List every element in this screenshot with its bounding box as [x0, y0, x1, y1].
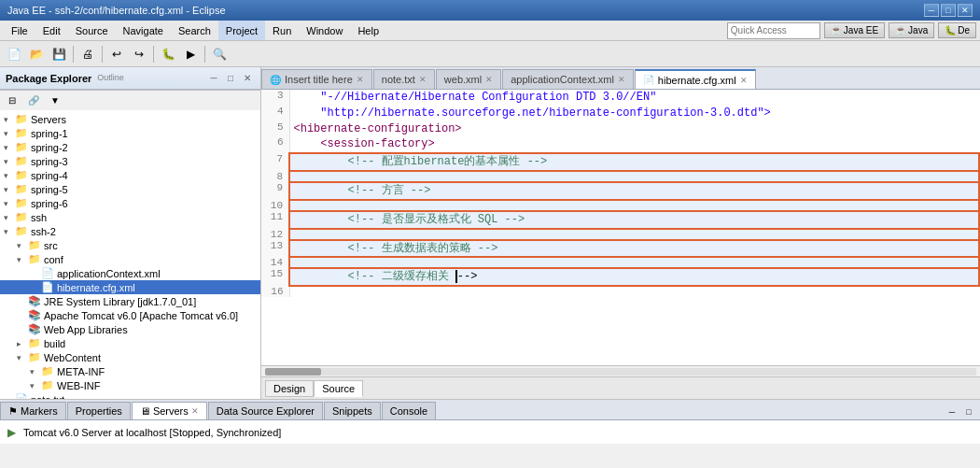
- minimize-button[interactable]: ─: [924, 4, 939, 17]
- line-code[interactable]: [289, 229, 979, 240]
- new-button[interactable]: 📄: [4, 44, 24, 64]
- tree-item-apache-tomcat-v6.0-[apache-tomcat-v6.0][interactable]: 📚Apache Tomcat v6.0 [Apache Tomcat v6.0]: [0, 308, 260, 322]
- line-code[interactable]: [289, 171, 979, 182]
- line-code[interactable]: [289, 200, 979, 211]
- search-button[interactable]: 🔍: [209, 44, 230, 64]
- tab-insert-title[interactable]: 🌐 Insert title here ✕: [261, 69, 372, 89]
- menu-source[interactable]: Source: [68, 21, 116, 40]
- redo-button[interactable]: ↪: [129, 44, 149, 64]
- close-button[interactable]: ✕: [958, 4, 973, 17]
- menu-help[interactable]: Help: [350, 21, 386, 40]
- tree-item-conf[interactable]: ▾📁conf: [0, 252, 260, 266]
- tree-item-label: spring-6: [31, 198, 68, 209]
- tree-item-spring-1[interactable]: ▾📁spring-1: [0, 126, 260, 140]
- tree-item-ssh-2[interactable]: ▾📁ssh-2: [0, 224, 260, 238]
- perspective-javaee[interactable]: ☕ Java EE: [824, 22, 885, 38]
- code-line-14: 14: [261, 257, 979, 268]
- link-editor-button[interactable]: 🔗: [23, 91, 44, 111]
- open-button[interactable]: 📂: [26, 44, 47, 64]
- line-code[interactable]: <session-factory>: [289, 136, 979, 153]
- design-view-tab[interactable]: Design: [265, 380, 314, 397]
- undo-button[interactable]: ↩: [106, 44, 127, 64]
- package-explorer-tab[interactable]: Package Explorer: [6, 73, 91, 84]
- tab-appcontext[interactable]: applicationContext.xml ✕: [502, 69, 634, 89]
- menu-navigate[interactable]: Navigate: [116, 21, 171, 40]
- window-controls[interactable]: ─ □ ✕: [924, 4, 973, 17]
- tree-arrow-icon: ▾: [4, 227, 15, 236]
- tab-close-appcontext[interactable]: ✕: [618, 75, 625, 84]
- save-button[interactable]: 💾: [49, 44, 69, 64]
- quick-access-input[interactable]: [727, 22, 820, 39]
- print-button[interactable]: 🖨: [77, 44, 98, 64]
- menu-run[interactable]: Run: [265, 21, 299, 40]
- tree-item-spring-6[interactable]: ▾📁spring-6: [0, 196, 260, 210]
- code-line-10: 10: [261, 200, 979, 211]
- tab-close-hibernate[interactable]: ✕: [740, 76, 748, 85]
- line-code[interactable]: [289, 286, 979, 297]
- tab-close-note[interactable]: ✕: [419, 75, 427, 84]
- bottom-tab-markers[interactable]: ⚑ Markers: [0, 402, 66, 419]
- menu-search[interactable]: Search: [171, 21, 218, 40]
- tab-hibernate[interactable]: 📄 hibernate.cfg.xml ✕: [635, 69, 756, 89]
- tree-item-applicationcontext.xml[interactable]: 📄applicationContext.xml: [0, 266, 260, 280]
- bottom-minimize-button[interactable]: ─: [945, 404, 959, 419]
- scroll-thumb[interactable]: [265, 368, 321, 376]
- line-code[interactable]: <!-- 配置hibernate的基本属性 -->: [289, 153, 979, 171]
- close-panel-button[interactable]: ✕: [240, 71, 255, 86]
- bottom-tab-datasource[interactable]: Data Source Explorer: [208, 402, 323, 419]
- line-code[interactable]: "http://hibernate.sourceforge.net/hibern…: [289, 106, 979, 121]
- tab-close-webxml[interactable]: ✕: [485, 75, 493, 84]
- tree-item-web-app-libraries[interactable]: 📚Web App Libraries: [0, 322, 260, 336]
- menu-file[interactable]: File: [4, 21, 35, 40]
- perspective-debug[interactable]: 🐛 De: [938, 22, 976, 38]
- line-code[interactable]: <!-- 方言 -->: [289, 182, 979, 200]
- tree-item-jre-system-library-[jdk1.7.0_01][interactable]: 📚JRE System Library [jdk1.7.0_01]: [0, 294, 260, 308]
- tree-item-hibernate.cfg.xml[interactable]: 📄hibernate.cfg.xml: [0, 280, 260, 294]
- tree-item-webcontent[interactable]: ▾📁WebContent: [0, 350, 260, 364]
- run-button[interactable]: ▶: [180, 44, 201, 64]
- tab-note[interactable]: note.txt ✕: [373, 69, 435, 89]
- source-view-tab[interactable]: Source: [314, 380, 363, 397]
- servers-tab-close[interactable]: ✕: [191, 406, 199, 416]
- horizontal-scrollbar[interactable]: [261, 365, 980, 376]
- menu-window[interactable]: Window: [299, 21, 350, 40]
- code-editor[interactable]: 3 "-//Hibernate/Hibernate Configuration …: [261, 90, 980, 365]
- tree-item-servers[interactable]: ▾📁Servers: [0, 112, 260, 126]
- maximize-button[interactable]: □: [941, 4, 956, 17]
- bottom-tab-snippets[interactable]: Snippets: [324, 402, 381, 419]
- bottom-maximize-button[interactable]: □: [961, 404, 976, 419]
- menu-project[interactable]: Project: [218, 21, 265, 40]
- tree-item-web-inf[interactable]: ▾📁WEB-INF: [0, 378, 260, 392]
- line-code[interactable]: "-//Hibernate/Hibernate Configuration DT…: [289, 90, 979, 106]
- tree-item-spring-4[interactable]: ▾📁spring-4: [0, 168, 260, 182]
- tree-item-src[interactable]: ▾📁src: [0, 238, 260, 252]
- tree-item-meta-inf[interactable]: ▾📁META-INF: [0, 364, 260, 378]
- tree-item-note.txt[interactable]: 📄note.txt: [0, 392, 260, 399]
- line-code[interactable]: <hibernate-configuration>: [289, 121, 979, 137]
- line-code[interactable]: <!-- 是否显示及格式化 SQL -->: [289, 211, 979, 229]
- bottom-tab-properties[interactable]: Properties: [67, 402, 131, 419]
- tree-file-icon: 📁: [15, 141, 28, 153]
- tree-item-build[interactable]: ▸📁build: [0, 336, 260, 350]
- bottom-tab-servers[interactable]: 🖥 Servers ✕: [132, 402, 207, 419]
- outline-tab[interactable]: Outline: [97, 73, 124, 84]
- line-code[interactable]: <!-- 二级缓存相关 -->: [289, 268, 979, 286]
- tree-item-spring-5[interactable]: ▾📁spring-5: [0, 182, 260, 196]
- tree-item-ssh[interactable]: ▾📁ssh: [0, 210, 260, 224]
- line-code[interactable]: <!-- 生成数据表的策略 -->: [289, 240, 979, 258]
- bottom-tab-console[interactable]: Console: [382, 402, 436, 419]
- tree-file-icon: 📁: [15, 169, 28, 181]
- debug-button[interactable]: 🐛: [158, 44, 178, 64]
- minimize-panel-button[interactable]: ─: [206, 71, 221, 86]
- line-code[interactable]: [289, 257, 979, 268]
- tab-webxml[interactable]: web.xml ✕: [436, 69, 501, 89]
- tree-item-spring-3[interactable]: ▾📁spring-3: [0, 154, 260, 168]
- menu-edit[interactable]: Edit: [35, 21, 68, 40]
- tree-menu-button[interactable]: ▼: [45, 91, 65, 111]
- perspective-java[interactable]: ☕ Java: [889, 22, 934, 38]
- collapse-all-button[interactable]: ⊟: [2, 91, 22, 111]
- bottom-panel-actions: ─ □: [945, 404, 980, 419]
- maximize-panel-button[interactable]: □: [223, 71, 238, 86]
- tree-item-spring-2[interactable]: ▾📁spring-2: [0, 140, 260, 154]
- tab-close-insert[interactable]: ✕: [357, 75, 364, 84]
